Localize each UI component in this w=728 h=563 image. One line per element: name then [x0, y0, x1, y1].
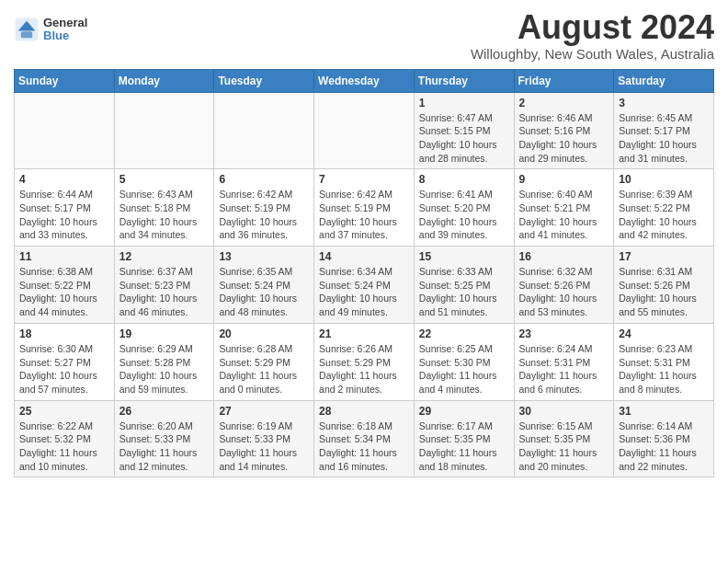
table-row: 28Sunrise: 6:18 AMSunset: 5:34 PMDayligh…	[314, 400, 415, 477]
table-row: 19Sunrise: 6:29 AMSunset: 5:28 PMDayligh…	[114, 323, 214, 400]
logo-icon	[14, 17, 40, 42]
table-row: 5Sunrise: 6:43 AMSunset: 5:18 PMDaylight…	[114, 169, 214, 247]
day-info: Sunrise: 6:47 AMSunset: 5:15 PMDaylight:…	[419, 111, 509, 166]
day-number: 11	[19, 250, 109, 263]
location-subtitle: Willoughby, New South Wales, Australia	[471, 46, 714, 62]
day-info: Sunrise: 6:20 AMSunset: 5:33 PMDaylight:…	[119, 419, 210, 474]
col-tuesday: Tuesday	[214, 69, 314, 92]
table-row	[15, 92, 115, 169]
table-row: 8Sunrise: 6:41 AMSunset: 5:20 PMDaylight…	[414, 169, 514, 247]
day-info: Sunrise: 6:28 AMSunset: 5:29 PMDaylight:…	[219, 342, 309, 396]
day-number: 17	[619, 250, 709, 263]
calendar-week-row: 11Sunrise: 6:38 AMSunset: 5:22 PMDayligh…	[15, 247, 714, 324]
day-number: 20	[219, 327, 309, 340]
day-info: Sunrise: 6:26 AMSunset: 5:29 PMDaylight:…	[319, 342, 409, 396]
day-info: Sunrise: 6:15 AMSunset: 5:35 PMDaylight:…	[519, 419, 609, 474]
day-info: Sunrise: 6:19 AMSunset: 5:33 PMDaylight:…	[219, 419, 309, 474]
day-info: Sunrise: 6:23 AMSunset: 5:31 PMDaylight:…	[619, 342, 709, 396]
col-saturday: Saturday	[614, 69, 714, 92]
day-number: 13	[219, 250, 309, 263]
table-row: 31Sunrise: 6:14 AMSunset: 5:36 PMDayligh…	[614, 400, 714, 477]
day-info: Sunrise: 6:37 AMSunset: 5:23 PMDaylight:…	[119, 265, 210, 319]
day-number: 9	[519, 173, 609, 186]
day-info: Sunrise: 6:31 AMSunset: 5:26 PMDaylight:…	[619, 265, 709, 319]
table-row: 13Sunrise: 6:35 AMSunset: 5:24 PMDayligh…	[214, 247, 314, 324]
calendar-table: Sunday Monday Tuesday Wednesday Thursday…	[14, 69, 714, 478]
day-number: 27	[219, 405, 309, 418]
day-number: 1	[419, 97, 509, 109]
day-number: 4	[19, 173, 109, 186]
day-number: 3	[619, 97, 709, 109]
day-info: Sunrise: 6:43 AMSunset: 5:18 PMDaylight:…	[119, 188, 210, 242]
day-info: Sunrise: 6:45 AMSunset: 5:17 PMDaylight:…	[619, 111, 709, 166]
day-info: Sunrise: 6:42 AMSunset: 5:19 PMDaylight:…	[219, 188, 309, 242]
table-row: 14Sunrise: 6:34 AMSunset: 5:24 PMDayligh…	[314, 247, 415, 324]
day-number: 21	[319, 327, 409, 340]
logo-general-text: General	[43, 17, 87, 29]
day-number: 14	[319, 250, 409, 263]
day-info: Sunrise: 6:44 AMSunset: 5:17 PMDaylight:…	[19, 188, 109, 242]
day-info: Sunrise: 6:34 AMSunset: 5:24 PMDaylight:…	[319, 265, 409, 319]
day-info: Sunrise: 6:40 AMSunset: 5:21 PMDaylight:…	[519, 188, 609, 242]
table-row: 1Sunrise: 6:47 AMSunset: 5:15 PMDaylight…	[414, 92, 514, 169]
day-info: Sunrise: 6:29 AMSunset: 5:28 PMDaylight:…	[119, 342, 210, 396]
day-number: 31	[619, 405, 709, 418]
logo: General Blue	[14, 17, 87, 43]
day-number: 29	[419, 405, 509, 418]
day-number: 25	[19, 405, 109, 418]
day-info: Sunrise: 6:38 AMSunset: 5:22 PMDaylight:…	[19, 265, 109, 319]
day-number: 22	[419, 327, 509, 340]
col-friday: Friday	[514, 69, 614, 92]
day-info: Sunrise: 6:39 AMSunset: 5:22 PMDaylight:…	[619, 188, 709, 242]
day-info: Sunrise: 6:33 AMSunset: 5:25 PMDaylight:…	[419, 265, 509, 319]
day-number: 8	[419, 173, 509, 186]
calendar-week-row: 25Sunrise: 6:22 AMSunset: 5:32 PMDayligh…	[15, 400, 714, 477]
day-number: 26	[119, 405, 210, 418]
table-row: 12Sunrise: 6:37 AMSunset: 5:23 PMDayligh…	[114, 247, 214, 324]
table-row: 16Sunrise: 6:32 AMSunset: 5:26 PMDayligh…	[514, 247, 614, 324]
day-number: 30	[519, 405, 609, 418]
table-row: 3Sunrise: 6:45 AMSunset: 5:17 PMDaylight…	[614, 92, 714, 169]
col-monday: Monday	[114, 69, 214, 92]
day-number: 16	[519, 250, 609, 263]
table-row	[214, 92, 314, 169]
table-row: 26Sunrise: 6:20 AMSunset: 5:33 PMDayligh…	[114, 400, 214, 477]
svg-rect-2	[21, 32, 32, 39]
table-row: 29Sunrise: 6:17 AMSunset: 5:35 PMDayligh…	[414, 400, 514, 477]
table-row: 2Sunrise: 6:46 AMSunset: 5:16 PMDaylight…	[514, 92, 614, 169]
day-number: 24	[619, 327, 709, 340]
day-number: 23	[519, 327, 609, 340]
col-wednesday: Wednesday	[314, 69, 415, 92]
table-row: 30Sunrise: 6:15 AMSunset: 5:35 PMDayligh…	[514, 400, 614, 477]
day-number: 10	[619, 173, 709, 186]
table-row	[314, 92, 415, 169]
table-row: 11Sunrise: 6:38 AMSunset: 5:22 PMDayligh…	[15, 247, 115, 324]
day-number: 5	[119, 173, 210, 186]
day-info: Sunrise: 6:35 AMSunset: 5:24 PMDaylight:…	[219, 265, 309, 319]
table-row: 21Sunrise: 6:26 AMSunset: 5:29 PMDayligh…	[314, 323, 415, 400]
table-row: 27Sunrise: 6:19 AMSunset: 5:33 PMDayligh…	[214, 400, 314, 477]
table-row: 20Sunrise: 6:28 AMSunset: 5:29 PMDayligh…	[214, 323, 314, 400]
calendar-week-row: 18Sunrise: 6:30 AMSunset: 5:27 PMDayligh…	[15, 323, 714, 400]
calendar-header-row: Sunday Monday Tuesday Wednesday Thursday…	[15, 69, 714, 92]
table-row: 10Sunrise: 6:39 AMSunset: 5:22 PMDayligh…	[614, 169, 714, 247]
day-number: 6	[219, 173, 309, 186]
table-row: 15Sunrise: 6:33 AMSunset: 5:25 PMDayligh…	[414, 247, 514, 324]
day-info: Sunrise: 6:46 AMSunset: 5:16 PMDaylight:…	[519, 111, 609, 166]
table-row: 6Sunrise: 6:42 AMSunset: 5:19 PMDaylight…	[214, 169, 314, 247]
day-number: 15	[419, 250, 509, 263]
day-number: 7	[319, 173, 409, 186]
table-row: 4Sunrise: 6:44 AMSunset: 5:17 PMDaylight…	[15, 169, 115, 247]
day-info: Sunrise: 6:14 AMSunset: 5:36 PMDaylight:…	[619, 419, 709, 474]
table-row: 23Sunrise: 6:24 AMSunset: 5:31 PMDayligh…	[514, 323, 614, 400]
day-info: Sunrise: 6:17 AMSunset: 5:35 PMDaylight:…	[419, 419, 509, 474]
month-title: August 2024	[471, 9, 714, 46]
day-info: Sunrise: 6:41 AMSunset: 5:20 PMDaylight:…	[419, 188, 509, 242]
table-row: 17Sunrise: 6:31 AMSunset: 5:26 PMDayligh…	[614, 247, 714, 324]
day-number: 18	[19, 327, 109, 340]
day-info: Sunrise: 6:30 AMSunset: 5:27 PMDaylight:…	[19, 342, 109, 396]
calendar-week-row: 4Sunrise: 6:44 AMSunset: 5:17 PMDaylight…	[15, 169, 714, 247]
calendar-week-row: 1Sunrise: 6:47 AMSunset: 5:15 PMDaylight…	[15, 92, 714, 169]
table-row	[114, 92, 214, 169]
day-info: Sunrise: 6:42 AMSunset: 5:19 PMDaylight:…	[319, 188, 409, 242]
